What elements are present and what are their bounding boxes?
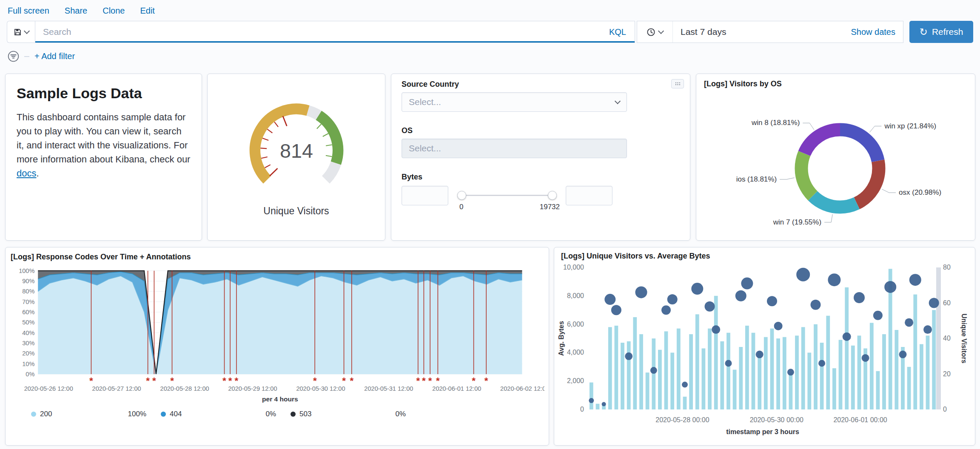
svg-text:80%: 80%: [22, 288, 34, 295]
slider-handle-max[interactable]: [548, 191, 557, 200]
svg-text:2020-06-01 12:00: 2020-06-01 12:00: [432, 385, 481, 392]
svg-text:2020-05-28 00:00: 2020-05-28 00:00: [655, 416, 709, 423]
svg-text:30%: 30%: [22, 340, 34, 347]
svg-text:40%: 40%: [22, 330, 34, 336]
svg-text:2020-05-26 12:00: 2020-05-26 12:00: [24, 385, 73, 392]
kibana-dashboard-app: Full screen Share Clone Edit KQL Last 7 …: [0, 0, 980, 449]
svg-text:2,000: 2,000: [567, 377, 584, 384]
svg-text:2020-06-01 00:00: 2020-06-01 00:00: [833, 416, 887, 423]
svg-text:4,000: 4,000: [567, 349, 584, 356]
svg-text:*: *: [350, 375, 353, 386]
saved-query-icon: [14, 28, 22, 36]
filter-bar-dash: [24, 56, 29, 57]
clone-link[interactable]: Clone: [103, 6, 125, 16]
search-input[interactable]: [35, 21, 601, 43]
svg-text:2020-05-28 12:00: 2020-05-28 12:00: [160, 385, 209, 392]
svg-text:40: 40: [943, 335, 951, 342]
legend-value: 0%: [265, 410, 276, 418]
svg-text:Unique Visitors: Unique Visitors: [960, 313, 968, 363]
svg-text:8,000: 8,000: [567, 292, 584, 299]
bytes-range-slider[interactable]: 0 19732: [459, 187, 556, 212]
full-screen-link[interactable]: Full screen: [8, 6, 49, 16]
svg-text:*: *: [313, 375, 317, 386]
docs-link[interactable]: docs: [17, 168, 36, 179]
svg-text:2020-05-29 12:00: 2020-05-29 12:00: [228, 385, 277, 392]
svg-text:6,000: 6,000: [567, 321, 584, 328]
svg-text:50%: 50%: [22, 319, 34, 326]
donut-chart[interactable]: win xp (21.84%)osx (20.98%)win 7 (19.55%…: [700, 89, 971, 239]
source-country-select[interactable]: Select...: [402, 92, 627, 112]
time-menu-button[interactable]: [637, 21, 673, 43]
svg-text:0%: 0%: [26, 371, 34, 378]
saved-query-menu-button[interactable]: [7, 21, 35, 43]
kql-button[interactable]: KQL: [601, 27, 635, 37]
svg-text:2020-05-30 00:00: 2020-05-30 00:00: [750, 416, 803, 423]
search-box: KQL: [35, 21, 635, 43]
bytes-label: Bytes: [402, 173, 680, 182]
panel-menu-icon[interactable]: [671, 79, 684, 88]
svg-text:*: *: [422, 375, 426, 386]
os-select[interactable]: Select...: [402, 139, 627, 158]
top-nav: Full screen Share Clone Edit: [0, 0, 980, 18]
svg-text:0: 0: [943, 406, 947, 413]
svg-text:*: *: [342, 375, 346, 386]
refresh-button[interactable]: ↻ Refresh: [909, 21, 973, 43]
time-range-button[interactable]: Last 7 days Show dates: [673, 21, 903, 43]
svg-text:osx (20.98%): osx (20.98%): [899, 188, 941, 196]
svg-text:60%: 60%: [22, 309, 34, 315]
chevron-down-icon: [615, 98, 621, 104]
svg-text:*: *: [89, 375, 93, 386]
svg-text:*: *: [472, 375, 476, 386]
filter-icon[interactable]: [8, 51, 19, 62]
svg-text:*: *: [436, 375, 440, 386]
slider-track: [459, 195, 556, 196]
svg-text:10,000: 10,000: [563, 264, 584, 271]
svg-text:2020-05-27 12:00: 2020-05-27 12:00: [92, 385, 141, 392]
legend-value: 0%: [395, 410, 406, 418]
show-dates-button[interactable]: Show dates: [851, 27, 895, 37]
area-chart[interactable]: 0%10%20%30%40%50%60%70%80%90%100%*******…: [11, 264, 544, 407]
clock-icon: [647, 28, 655, 37]
legend-item-503[interactable]: 503 0%: [291, 410, 420, 418]
bytes-max-input[interactable]: [566, 186, 612, 205]
legend-item-200[interactable]: 200 100%: [31, 410, 161, 418]
slider-max-label: 19732: [540, 203, 560, 211]
svg-text:*: *: [146, 375, 150, 386]
svg-text:100%: 100%: [19, 267, 34, 274]
panel-visitors-vs-bytes: [Logs] Unique Visitors vs. Average Bytes…: [554, 247, 975, 446]
markdown-period: .: [36, 168, 39, 179]
svg-text:*: *: [228, 375, 232, 386]
svg-text:ios (18.81%): ios (18.81%): [736, 175, 777, 183]
svg-text:*: *: [222, 375, 226, 386]
panel-unique-visitors-gauge: 814 Unique Visitors: [207, 74, 385, 241]
svg-text:*: *: [484, 375, 488, 386]
add-filter-button[interactable]: + Add filter: [34, 51, 75, 61]
svg-text:*: *: [235, 375, 239, 386]
chart-legend: 200 100% 404 0% 503 0%: [11, 410, 544, 418]
svg-text:0: 0: [580, 406, 584, 413]
legend-label: 404: [170, 410, 182, 418]
panel-title: [Logs] Response Codes Over Time + Annota…: [11, 253, 544, 261]
svg-text:*: *: [170, 375, 174, 386]
svg-text:20%: 20%: [22, 350, 34, 357]
os-label: OS: [402, 126, 680, 135]
bytes-min-input[interactable]: [402, 186, 448, 205]
legend-item-404[interactable]: 404 0%: [161, 410, 291, 418]
chevron-down-icon: [658, 28, 664, 34]
panel-controls: Source Country Select... OS Select... By…: [391, 74, 690, 241]
svg-text:*: *: [428, 375, 432, 386]
share-link[interactable]: Share: [65, 6, 87, 16]
svg-text:70%: 70%: [22, 298, 34, 305]
svg-text:60: 60: [943, 299, 951, 307]
legend-dot: [161, 412, 166, 417]
svg-text:win 7 (19.55%): win 7 (19.55%): [773, 218, 821, 226]
edit-link[interactable]: Edit: [140, 6, 154, 16]
svg-text:timestamp per 3 hours: timestamp per 3 hours: [726, 428, 799, 435]
legend-value: 100%: [128, 410, 146, 418]
source-country-placeholder: Select...: [409, 97, 615, 107]
legend-label: 503: [299, 410, 311, 418]
query-bar: KQL Last 7 days Show dates ↻ Refresh: [7, 21, 973, 43]
slider-handle-min[interactable]: [457, 191, 466, 200]
bar-bubble-chart[interactable]: 02,0004,0006,0008,00010,0000204060802020…: [555, 261, 974, 446]
slider-min-label: 0: [459, 203, 463, 211]
